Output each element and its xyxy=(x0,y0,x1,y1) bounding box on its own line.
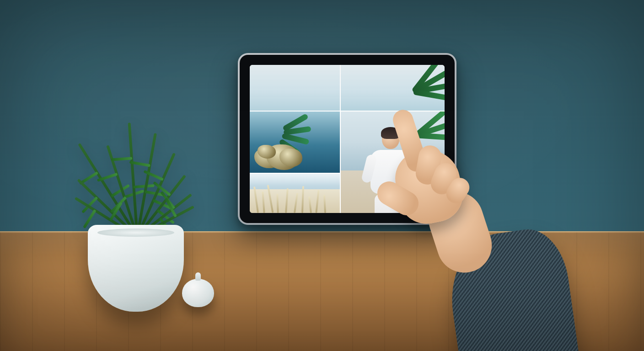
person-icon xyxy=(370,130,411,213)
rocks-icon xyxy=(252,136,302,170)
palm-fronds-icon xyxy=(377,65,445,111)
tablet-screen[interactable] xyxy=(250,65,445,213)
tablet-device[interactable] xyxy=(238,53,456,225)
collage-tile-woman-seaside[interactable] xyxy=(341,112,445,213)
collage-tile-sea-rocks[interactable] xyxy=(250,112,340,173)
collage-tile-sky-left[interactable] xyxy=(250,65,340,111)
scene xyxy=(0,0,644,351)
collage-tile-sky-palm[interactable] xyxy=(341,65,445,111)
tablet-bezel xyxy=(240,55,455,223)
small-vase xyxy=(182,279,214,307)
potted-plant xyxy=(69,118,206,237)
reeds-icon xyxy=(250,182,340,213)
collage-tile-reeds[interactable] xyxy=(250,174,340,213)
